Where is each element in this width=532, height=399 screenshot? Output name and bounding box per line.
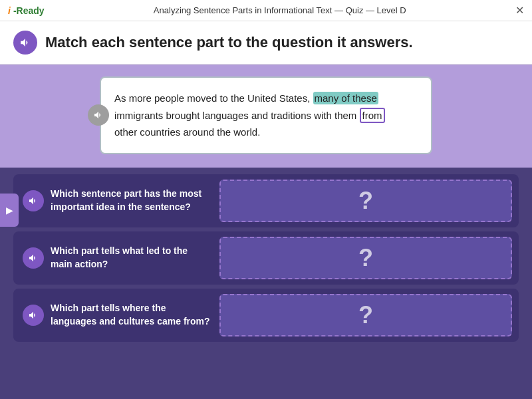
sentence-area: As more people moved to the United State… bbox=[0, 65, 532, 161]
question2-answer-area[interactable]: ? bbox=[219, 237, 512, 279]
sentence-speaker-icon bbox=[93, 110, 104, 120]
question2-speaker-button[interactable] bbox=[23, 247, 44, 269]
question-left-2: Which part tells what led to the main ac… bbox=[13, 231, 219, 285]
question1-answer-area[interactable]: ? bbox=[219, 180, 512, 222]
question-row-3: Which part tells where the languages and… bbox=[13, 289, 519, 342]
question3-placeholder: ? bbox=[358, 301, 373, 329]
questions-area: Which sentence part has the most importa… bbox=[0, 168, 532, 400]
question3-text: Which part tells where the languages and… bbox=[51, 302, 210, 328]
main-area: ▶ Match each sentence part to the questi… bbox=[0, 21, 532, 399]
question2-placeholder: ? bbox=[358, 244, 373, 272]
header-speaker-button[interactable] bbox=[13, 31, 37, 55]
question-left-3: Which part tells where the languages and… bbox=[13, 289, 219, 342]
chevron-right-icon: ▶ bbox=[6, 205, 13, 215]
window-title: Analyzing Sentence Parts in Informationa… bbox=[154, 5, 406, 15]
side-tab[interactable]: ▶ bbox=[0, 194, 19, 227]
question3-answer-area[interactable]: ? bbox=[219, 294, 512, 336]
sentence-highlight-teal: many of these bbox=[313, 92, 378, 104]
question3-speaker-button[interactable] bbox=[23, 305, 44, 326]
question-left-1: Which sentence part has the most importa… bbox=[13, 174, 219, 227]
speaker-icon bbox=[19, 37, 31, 49]
question-row-2: Which part tells what led to the main ac… bbox=[13, 231, 519, 285]
q2-speaker-icon bbox=[28, 253, 39, 263]
sentence-part2: immigrants brought languages and traditi… bbox=[114, 110, 360, 121]
close-button[interactable]: ✕ bbox=[515, 4, 524, 17]
header-question: Match each sentence part to the question… bbox=[45, 34, 413, 51]
question-row-1: Which sentence part has the most importa… bbox=[13, 174, 519, 227]
question2-text: Which part tells what led to the main ac… bbox=[51, 245, 210, 271]
sentence-part1: As more people moved to the United State… bbox=[114, 92, 313, 104]
header-row: Match each sentence part to the question… bbox=[0, 21, 532, 65]
question1-text: Which sentence part has the most importa… bbox=[51, 188, 210, 213]
sentence-part4: other countries around the world bbox=[114, 126, 257, 138]
sentence-end: . bbox=[257, 126, 260, 138]
question1-placeholder: ? bbox=[358, 187, 373, 215]
title-bar: i -Ready Analyzing Sentence Parts in Inf… bbox=[0, 0, 532, 21]
app-logo: i -Ready bbox=[8, 5, 45, 16]
q1-speaker-icon bbox=[28, 196, 39, 206]
question1-speaker-button[interactable] bbox=[23, 190, 44, 211]
q3-speaker-icon bbox=[28, 310, 39, 321]
sentence-highlight-purple: from bbox=[360, 108, 385, 123]
sentence-box: As more people moved to the United State… bbox=[100, 76, 432, 154]
sentence-speaker-button[interactable] bbox=[88, 104, 109, 126]
